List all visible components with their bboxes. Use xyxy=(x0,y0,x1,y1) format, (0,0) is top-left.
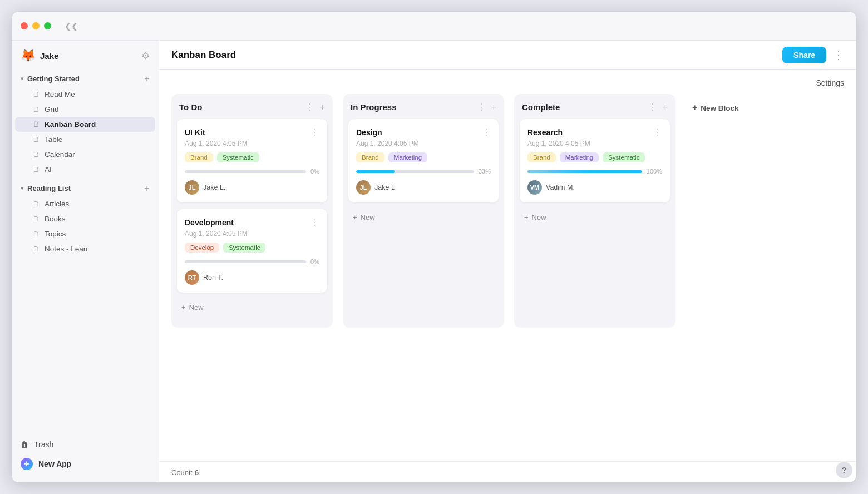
column-todo: To Do ⋮ + UI Kit ⋮ Aug xyxy=(171,94,333,328)
progress-bar-bg xyxy=(356,170,474,173)
doc-icon: 🗋 xyxy=(33,120,40,129)
card-date: Aug 1, 2020 4:05 PM xyxy=(527,140,662,147)
column-complete-title: Complete xyxy=(522,102,560,112)
new-block-button[interactable]: + New Block xyxy=(685,98,746,117)
close-button[interactable] xyxy=(21,22,28,29)
card-development: Development ⋮ Aug 1, 2020 4:05 PM Develo… xyxy=(177,209,327,293)
help-button[interactable]: ? xyxy=(836,462,852,478)
progress-row: 100% xyxy=(527,168,662,175)
column-more-icon[interactable]: ⋮ xyxy=(648,102,657,112)
sidebar-item-label: Read Me xyxy=(45,90,75,98)
settings-label[interactable]: Settings xyxy=(816,78,844,87)
trash-label: Trash xyxy=(34,440,53,449)
doc-icon: 🗋 xyxy=(33,165,40,174)
more-options-icon[interactable]: ⋮ xyxy=(833,48,844,62)
column-complete: Complete ⋮ + Research ⋮ xyxy=(514,94,675,328)
reading-list-add-icon[interactable]: + xyxy=(144,184,150,193)
user-info: 🦊 Jake xyxy=(21,48,58,63)
minimize-button[interactable] xyxy=(32,22,40,29)
trash-icon: 🗑 xyxy=(21,440,28,449)
new-app-button[interactable]: + New App xyxy=(12,453,159,475)
column-inprogress-title: In Progress xyxy=(351,102,397,112)
plus-icon: + xyxy=(692,103,697,113)
column-add-icon[interactable]: + xyxy=(491,102,496,112)
plus-icon: + xyxy=(524,213,529,221)
progress-row: 0% xyxy=(185,168,319,175)
trash-item[interactable]: 🗑 Trash xyxy=(12,436,159,453)
sidebar-item-label: Kanban Board xyxy=(45,120,96,129)
sidebar-item-read-me[interactable]: 🗋 Read Me xyxy=(15,87,155,102)
sidebar-item-label: Grid xyxy=(45,105,59,113)
sidebar-item-notes-lean[interactable]: 🗋 Notes - Lean xyxy=(15,241,155,256)
card-menu-icon[interactable]: ⋮ xyxy=(482,127,491,137)
plus-icon: + xyxy=(181,303,186,312)
titlebar: ❮❮ xyxy=(12,12,856,41)
card-research: Research ⋮ Aug 1, 2020 4:05 PM Brand Mar… xyxy=(520,119,670,202)
column-inprogress-header: In Progress ⋮ + xyxy=(348,102,499,112)
card-menu-icon[interactable]: ⋮ xyxy=(310,217,319,228)
column-more-icon[interactable]: ⋮ xyxy=(305,102,314,112)
sidebar-item-label: Table xyxy=(45,135,62,144)
page-title: Kanban Board xyxy=(171,50,236,61)
sidebar-item-label: Calendar xyxy=(45,150,75,159)
avatar: VM xyxy=(527,180,542,195)
getting-started-add-icon[interactable]: + xyxy=(144,74,150,83)
tag-marketing: Marketing xyxy=(388,152,428,162)
card-date: Aug 1, 2020 4:05 PM xyxy=(185,230,319,238)
main-layout: 🦊 Jake ⚙ ▾ Getting Started + 🗋 Read Me xyxy=(12,41,856,482)
tag-marketing: Marketing xyxy=(560,152,599,162)
sidebar-item-books[interactable]: 🗋 Books xyxy=(15,211,155,226)
column-add-icon[interactable]: + xyxy=(320,102,325,112)
card-design: Design ⋮ Aug 1, 2020 4:05 PM Brand Marke… xyxy=(348,119,499,202)
collapse-sidebar-icon[interactable]: ❮❮ xyxy=(65,22,78,31)
getting-started-label: Getting Started xyxy=(27,75,80,83)
assignee-name: Ron T. xyxy=(203,274,223,281)
card-date: Aug 1, 2020 4:05 PM xyxy=(356,140,491,147)
column-add-icon[interactable]: + xyxy=(663,102,668,112)
new-block-label: New Block xyxy=(701,104,738,112)
sidebar-item-grid[interactable]: 🗋 Grid xyxy=(15,102,155,117)
card-assignee: VM Vadim M. xyxy=(527,180,662,195)
sidebar-item-label: Notes - Lean xyxy=(45,245,87,253)
card-menu-icon[interactable]: ⋮ xyxy=(653,127,662,137)
doc-icon: 🗋 xyxy=(33,150,40,159)
tag-brand: Brand xyxy=(185,152,213,162)
column-complete-header: Complete ⋮ + xyxy=(520,102,670,112)
maximize-button[interactable] xyxy=(44,22,51,29)
add-new-label: New xyxy=(532,213,546,221)
sidebar-item-calendar[interactable]: 🗋 Calendar xyxy=(15,147,155,162)
sidebar-item-articles[interactable]: 🗋 Articles xyxy=(15,196,155,211)
card-ui-kit: UI Kit ⋮ Aug 1, 2020 4:05 PM Brand Syste… xyxy=(177,119,327,202)
columns-row: To Do ⋮ + UI Kit ⋮ Aug xyxy=(171,94,844,328)
doc-icon: 🗋 xyxy=(33,90,40,98)
getting-started-header[interactable]: ▾ Getting Started + xyxy=(12,71,159,87)
card-assignee: JL Jake L. xyxy=(356,180,491,195)
count-value: 6 xyxy=(195,468,199,477)
user-name: Jake xyxy=(40,51,58,61)
reading-list-header[interactable]: ▾ Reading List + xyxy=(12,180,159,196)
doc-icon: 🗋 xyxy=(33,135,40,144)
card-title: Research xyxy=(527,128,563,137)
sidebar-item-topics[interactable]: 🗋 Topics xyxy=(15,226,155,241)
sidebar-item-label: Articles xyxy=(45,200,69,208)
settings-icon[interactable]: ⚙ xyxy=(141,50,150,62)
sidebar-item-table[interactable]: 🗋 Table xyxy=(15,132,155,147)
add-new-complete-button[interactable]: + New xyxy=(520,209,670,225)
share-button[interactable]: Share xyxy=(782,47,826,63)
card-menu-icon[interactable]: ⋮ xyxy=(310,127,319,137)
sidebar-section-reading-list: ▾ Reading List + 🗋 Articles 🗋 Books 🗋 To… xyxy=(12,178,159,258)
add-new-todo-button[interactable]: + New xyxy=(177,299,327,315)
doc-icon: 🗋 xyxy=(33,105,40,113)
sidebar-item-ai[interactable]: 🗋 AI xyxy=(15,162,155,177)
card-title: UI Kit xyxy=(185,128,205,137)
plus-icon: + xyxy=(353,213,357,221)
settings-bar: Settings xyxy=(171,78,844,94)
column-more-icon[interactable]: ⋮ xyxy=(477,102,486,112)
sidebar-item-label: Books xyxy=(45,215,66,223)
progress-pct: 0% xyxy=(310,258,319,265)
add-new-inprogress-button[interactable]: + New xyxy=(348,209,499,225)
add-new-label: New xyxy=(361,213,375,221)
board-area: Settings To Do ⋮ + xyxy=(159,70,856,461)
sidebar-item-kanban-board[interactable]: 🗋 Kanban Board xyxy=(15,117,155,132)
new-app-label: New App xyxy=(38,460,71,468)
